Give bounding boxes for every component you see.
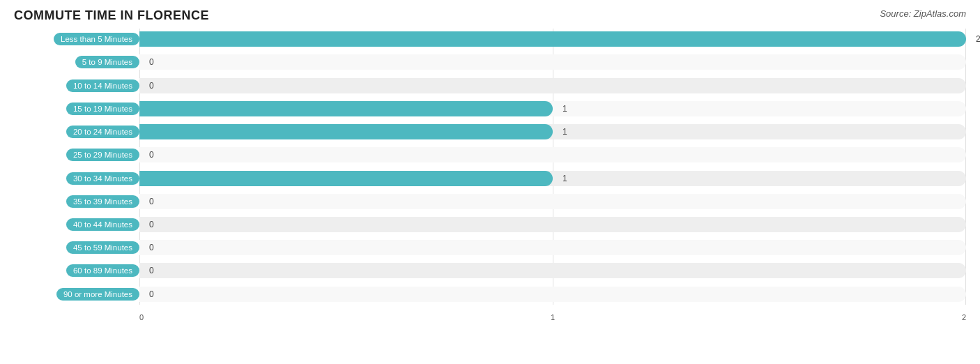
bar-value: 1 — [562, 127, 567, 137]
bar-value: 0 — [149, 150, 154, 160]
bar-label-pill: Less than 5 Minutes — [54, 33, 139, 45]
bar-value: 0 — [149, 289, 154, 299]
bar-row: 25 to 29 Minutes0 — [14, 144, 966, 165]
bar-row: 35 to 39 Minutes0 — [14, 191, 966, 212]
bar-value: 0 — [149, 81, 154, 91]
bar-track: 2 — [139, 31, 966, 47]
bar-value: 0 — [149, 266, 154, 275]
x-label-1: 1 — [551, 313, 555, 321]
bar-row: 5 to 9 Minutes0 — [14, 52, 966, 73]
bar-label-pill: 25 to 29 Minutes — [66, 149, 139, 161]
bar-label-pill: 35 to 39 Minutes — [66, 195, 139, 208]
bar-track: 1 — [139, 171, 966, 186]
chart-header: COMMUTE TIME IN FLORENCE Source: ZipAtla… — [14, 8, 966, 23]
bar-value: 0 — [149, 220, 154, 229]
bar-track: 1 — [139, 124, 966, 139]
bar-label: 40 to 44 Minutes — [14, 218, 139, 231]
bar-row: 60 to 89 Minutes0 — [14, 260, 966, 281]
x-label-2: 2 — [962, 313, 966, 321]
bar-fill — [139, 31, 966, 47]
bar-label: 45 to 59 Minutes — [14, 241, 139, 254]
bar-label-pill: 5 to 9 Minutes — [75, 56, 139, 68]
bar-track: 0 — [139, 147, 966, 162]
bar-fill — [139, 171, 553, 186]
bar-label: 90 or more Minutes — [14, 288, 139, 301]
bar-row: 30 to 34 Minutes1 — [14, 167, 966, 188]
bar-value: 0 — [149, 197, 154, 206]
bar-label: 10 to 14 Minutes — [14, 79, 139, 92]
bar-label: 20 to 24 Minutes — [14, 126, 139, 138]
bar-label-pill: 45 to 59 Minutes — [66, 241, 139, 254]
bar-track: 1 — [139, 101, 966, 116]
bar-label-pill: 15 to 19 Minutes — [66, 103, 139, 115]
bar-label: 35 to 39 Minutes — [14, 195, 139, 208]
x-label-0: 0 — [139, 313, 144, 321]
bar-label-pill: 20 to 24 Minutes — [66, 126, 139, 138]
bar-value: 1 — [562, 174, 567, 183]
bar-row: 45 to 59 Minutes0 — [14, 237, 966, 258]
bar-label-pill: 60 to 89 Minutes — [66, 264, 139, 277]
bar-row: Less than 5 Minutes2 — [14, 29, 966, 50]
bar-track: 0 — [139, 240, 966, 255]
bar-value: 0 — [149, 243, 154, 252]
bar-label: 15 to 19 Minutes — [14, 103, 139, 115]
bar-label-pill: 10 to 14 Minutes — [66, 79, 139, 92]
bar-track: 0 — [139, 217, 966, 232]
bar-fill — [139, 124, 553, 139]
x-axis: 0 1 2 — [139, 313, 966, 321]
bar-row: 10 to 14 Minutes0 — [14, 75, 966, 96]
bar-track: 0 — [139, 54, 966, 70]
bar-label: 60 to 89 Minutes — [14, 264, 139, 277]
bar-track: 0 — [139, 78, 966, 93]
bar-label-pill: 30 to 34 Minutes — [66, 172, 139, 185]
bar-track: 0 — [139, 194, 966, 209]
bar-row: 20 to 24 Minutes1 — [14, 121, 966, 142]
bar-row: 90 or more Minutes0 — [14, 283, 966, 304]
bar-row: 40 to 44 Minutes0 — [14, 214, 966, 235]
bar-label: 5 to 9 Minutes — [14, 56, 139, 68]
bar-label: Less than 5 Minutes — [14, 33, 139, 45]
bar-row: 15 to 19 Minutes1 — [14, 98, 966, 119]
chart-area: Less than 5 Minutes25 to 9 Minutes010 to… — [14, 29, 966, 321]
bar-value: 1 — [562, 104, 567, 114]
chart-title: COMMUTE TIME IN FLORENCE — [14, 8, 209, 23]
bars-wrapper: Less than 5 Minutes25 to 9 Minutes010 to… — [14, 29, 966, 305]
bar-label: 25 to 29 Minutes — [14, 149, 139, 161]
bar-fill — [139, 101, 553, 116]
chart-container: COMMUTE TIME IN FLORENCE Source: ZipAtla… — [0, 0, 980, 364]
bar-track: 0 — [139, 263, 966, 278]
bar-value: 2 — [976, 34, 980, 44]
bar-value: 0 — [149, 57, 154, 67]
chart-source: Source: ZipAtlas.com — [880, 8, 966, 19]
bar-label-pill: 90 or more Minutes — [56, 288, 139, 301]
bar-label: 30 to 34 Minutes — [14, 172, 139, 185]
bar-track: 0 — [139, 287, 966, 302]
bar-label-pill: 40 to 44 Minutes — [66, 218, 139, 231]
